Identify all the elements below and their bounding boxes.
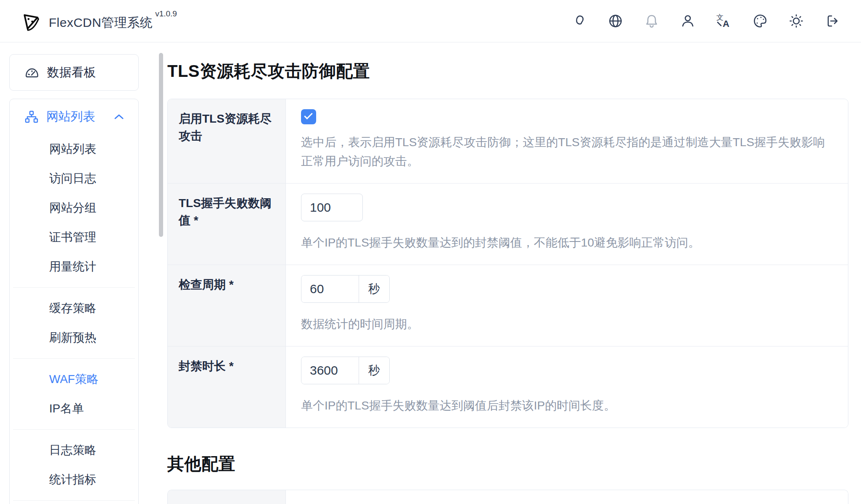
sidebar-item-ip-list[interactable]: IP名单 xyxy=(10,394,138,423)
tls-config-table: 启用TLS资源耗尽攻击 选中后，表示启用TLS资源耗尽攻击防御；这里的TLS资源… xyxy=(167,99,848,428)
sidebar-item-cache-policy[interactable]: 缓存策略 xyxy=(10,294,138,323)
field-description: 单个IP的TLS握手失败数量达到阈值后封禁该IP的时间长度。 xyxy=(301,396,831,415)
threshold-input[interactable] xyxy=(301,194,363,221)
other-config-table xyxy=(167,490,848,504)
form-row-ban-duration: 封禁时长 * 秒 单个IP的TLS握手失败数量达到阈值后封禁该IP的时间长度。 xyxy=(168,346,848,428)
field-label: 启用TLS资源耗尽攻击 xyxy=(168,99,286,183)
field-label: 检查周期 * xyxy=(168,265,286,346)
chevron-up-icon xyxy=(114,114,124,120)
page-title: TLS资源耗尽攻击防御配置 xyxy=(167,61,848,81)
main-content: TLS资源耗尽攻击防御配置 启用TLS资源耗尽攻击 选中后，表示启用TLS资源耗… xyxy=(167,0,848,504)
field-description: 数据统计的时间周期。 xyxy=(301,315,831,333)
sidebar-item-website-list[interactable]: 网站列表 xyxy=(10,134,138,164)
enable-tls-checkbox[interactable] xyxy=(301,109,316,124)
form-row-period: 检查周期 * 秒 数据统计的时间周期。 xyxy=(168,265,848,346)
duration-input[interactable] xyxy=(301,357,359,384)
app-title: FlexCDN管理系统 xyxy=(49,14,153,32)
sidebar-item-usage-stats[interactable]: 用量统计 xyxy=(10,252,138,281)
field-description: 单个IP的TLS握手失败数量达到的封禁阈值，不能低于10避免影响正常访问。 xyxy=(301,233,831,252)
unit-suffix: 秒 xyxy=(359,276,389,302)
sidebar-group-label: 网站列表 xyxy=(46,108,95,125)
form-row-threshold: TLS握手失败数阈值 * 单个IP的TLS握手失败数量达到的封禁阈值，不能低于1… xyxy=(168,183,848,265)
sidebar-divider xyxy=(13,500,135,501)
field-description: 选中后，表示启用TLS资源耗尽攻击防御；这里的TLS资源耗尽指的是通过制造大量T… xyxy=(301,133,831,171)
field-content: 单个IP的TLS握手失败数量达到的封禁阈值，不能低于10避免影响正常访问。 xyxy=(286,184,848,265)
sidebar-item-stat-metrics[interactable]: 统计指标 xyxy=(10,465,138,494)
field-label: 封禁时长 * xyxy=(168,346,286,428)
scrollbar-thumb[interactable] xyxy=(159,53,163,237)
sidebar-item-waf-policy[interactable]: WAF策略 xyxy=(10,365,138,394)
sidebar-group-websites[interactable]: 网站列表 xyxy=(10,99,138,134)
field-content xyxy=(286,490,848,504)
sidebar-item-log-policy[interactable]: 日志策略 xyxy=(10,436,138,465)
sitemap-icon xyxy=(25,110,38,123)
form-row-partial xyxy=(168,490,848,504)
form-row-enable: 启用TLS资源耗尽攻击 选中后，表示启用TLS资源耗尽攻击防御；这里的TLS资源… xyxy=(168,99,848,183)
sidebar-divider xyxy=(13,429,135,430)
pizza-logo-icon xyxy=(19,10,42,34)
sidebar-item-purge-prewarm[interactable]: 刷新预热 xyxy=(10,323,138,352)
brand[interactable]: FlexCDN管理系统 v1.0.9 xyxy=(19,8,177,34)
sidebar-divider xyxy=(13,358,135,359)
sidebar-item-website-groups[interactable]: 网站分组 xyxy=(10,193,138,223)
sidebar-divider xyxy=(13,287,135,288)
checkmark-icon xyxy=(304,111,313,120)
period-input-group: 秒 xyxy=(301,275,390,303)
field-label xyxy=(168,490,286,504)
sidebar-item-cert-management[interactable]: 证书管理 xyxy=(10,223,138,252)
unit-suffix: 秒 xyxy=(359,357,389,384)
field-content: 秒 单个IP的TLS握手失败数量达到阈值后封禁该IP的时间长度。 xyxy=(286,346,848,428)
period-input[interactable] xyxy=(301,276,359,302)
field-content: 秒 数据统计的时间周期。 xyxy=(286,265,848,346)
duration-input-group: 秒 xyxy=(301,357,390,384)
sidebar-item-label: 数据看板 xyxy=(47,64,96,81)
field-label: TLS握手失败数阈值 * xyxy=(168,184,286,265)
sidebar-item-dashboard[interactable]: 数据看板 xyxy=(9,54,139,91)
field-content: 选中后，表示启用TLS资源耗尽攻击防御；这里的TLS资源耗尽指的是通过制造大量T… xyxy=(286,99,848,183)
section-title-other: 其他配置 xyxy=(167,454,848,474)
sidebar-item-access-log[interactable]: 访问日志 xyxy=(10,164,138,193)
sidebar-nav-card: 网站列表 网站列表 访问日志 网站分组 证书管理 用量统计 缓存策略 刷新预热 … xyxy=(9,99,139,504)
gauge-icon xyxy=(25,66,39,79)
